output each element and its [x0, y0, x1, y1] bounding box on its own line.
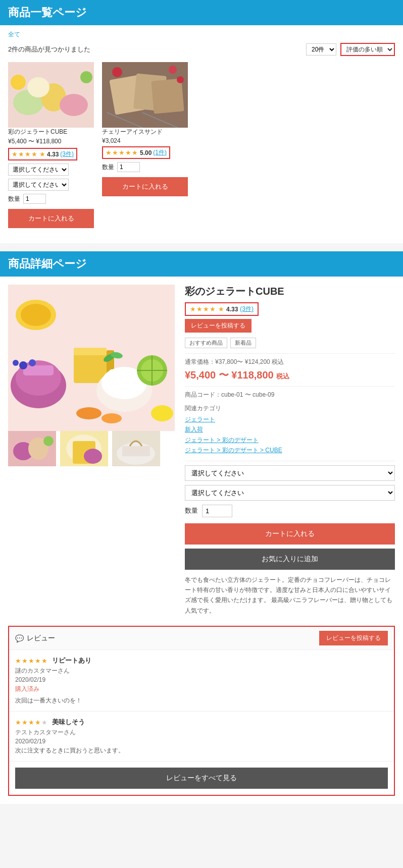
- detail-select-2[interactable]: 選択してください: [185, 485, 395, 501]
- category-link-4[interactable]: ジェラート > 彩のデザート > CUBE: [185, 445, 395, 455]
- review-2-title-row: ★★★★★ 美味しそう: [15, 718, 388, 727]
- product-count: 2件の商品が見つかりました: [8, 45, 90, 54]
- reviews-title: 💬 レビュー: [15, 634, 55, 643]
- reviews-post-button[interactable]: レビューを投稿する: [319, 631, 388, 645]
- product-description: 冬でも食べたい立方体のジェラート。定番のチョコフレーバーは、チョコレート特有の甘…: [185, 575, 395, 616]
- product-image-1[interactable]: [8, 62, 94, 128]
- product-image-2[interactable]: [102, 62, 188, 128]
- review-1-title-row: ★★★★★ リピートあり: [15, 656, 388, 665]
- product-price-2: ¥3,024: [102, 137, 188, 144]
- svg-rect-23: [74, 348, 107, 355]
- detail-qty-row: 数量: [185, 505, 395, 517]
- product-detail-section: 彩のジェラートCUBE ★★★★★ 4.33 (3件) レビューを投稿する おす…: [0, 277, 403, 804]
- svg-point-34: [13, 360, 19, 366]
- review-1-author: 謎のカスタマーさん: [15, 667, 388, 675]
- product-1-select-2[interactable]: 選択してください: [8, 179, 69, 191]
- detail-info: 彩のジェラートCUBE ★★★★★ 4.33 (3件) レビューを投稿する おす…: [185, 285, 395, 616]
- product-price-1: ¥5,400 〜 ¥118,800: [8, 137, 94, 146]
- svg-point-47: [84, 449, 102, 464]
- list-controls: 20件 評価の多い順: [306, 43, 395, 56]
- review-1-date: 2020/02/19: [15, 676, 388, 683]
- svg-point-11: [112, 67, 122, 77]
- review-2-author: テストカスタマーさん: [15, 728, 388, 737]
- product-1-cart-button[interactable]: カートに入れる: [8, 209, 94, 228]
- svg-rect-10: [151, 79, 184, 114]
- detail-wishlist-button[interactable]: お気に入りに追加: [185, 549, 395, 570]
- review-1-verified: 購入済み: [15, 685, 388, 693]
- stars-icon-2: ★★★★★: [106, 149, 138, 156]
- product-2-qty-input[interactable]: [117, 162, 140, 172]
- review-2-date: 2020/02/19: [15, 738, 388, 745]
- svg-point-39: [151, 405, 173, 421]
- svg-point-33: [29, 359, 36, 366]
- product-grid: 彩のジェラートCUBE ¥5,400 〜 ¥118,800 ★★★★★ 4.33…: [8, 62, 395, 228]
- product-2-qty-row: 数量: [102, 162, 188, 172]
- sort-select[interactable]: 評価の多い順: [340, 43, 395, 56]
- detail-title: 彩のジェラートCUBE: [185, 285, 395, 298]
- reviews-header: 💬 レビュー レビューを投稿する: [9, 627, 394, 650]
- product-card-2: チェリーアイスサンド ¥3,024 ★★★★★ 5.00 (1件) 数量 カート…: [102, 62, 188, 228]
- svg-point-32: [19, 361, 27, 369]
- breadcrumb[interactable]: 全て: [8, 30, 395, 39]
- review-2-stars: ★★★★★: [15, 719, 48, 726]
- svg-point-4: [27, 77, 49, 97]
- svg-rect-21: [23, 365, 54, 375]
- detail-top: 彩のジェラートCUBE ★★★★★ 4.33 (3件) レビューを投稿する おす…: [8, 285, 395, 616]
- svg-point-43: [43, 436, 54, 446]
- section-header-list: 商品一覧ページ: [0, 0, 403, 25]
- review-1-stars: ★★★★★: [15, 657, 48, 665]
- review-item-1: ★★★★★ リピートあり 謎のカスタマーさん 2020/02/19 購入済み 次…: [9, 650, 394, 712]
- star-half-icon: ★: [39, 150, 45, 158]
- svg-point-18: [21, 304, 51, 326]
- category-link-3[interactable]: ジェラート > 彩のデザート: [185, 435, 395, 445]
- review-2-comment: 次に注文するときに買おうと思います。: [15, 746, 388, 755]
- review-1-comment: 次回は一番大きいのを！: [15, 696, 388, 705]
- speech-bubble-icon: 💬: [15, 634, 24, 642]
- detail-images: [8, 285, 175, 616]
- product-rating-1: ★★★★★ 4.33 (3件): [8, 148, 77, 160]
- detail-rating-box: ★★★★★ 4.33 (3件): [185, 302, 259, 316]
- all-reviews-button[interactable]: レビューをすべて見る: [15, 768, 388, 789]
- detail-main-image[interactable]: [8, 285, 175, 431]
- section-header-detail: 商品詳細ページ: [0, 251, 403, 277]
- svg-rect-27: [109, 369, 139, 379]
- product-rating-2: ★★★★★ 5.00 (1件): [102, 146, 170, 159]
- svg-rect-50: [122, 446, 150, 456]
- original-price: 通常価格：¥37,800〜 ¥124,200 税込: [185, 358, 395, 366]
- thumbnail-row: [8, 431, 175, 466]
- product-1-select-1[interactable]: 選択してください: [8, 164, 69, 176]
- product-1-qty-row: 数量: [8, 194, 94, 204]
- svg-point-37: [76, 407, 102, 419]
- product-card-1: 彩のジェラートCUBE ¥5,400 〜 ¥118,800 ★★★★★ 4.33…: [8, 62, 94, 228]
- tag-new: 新着品: [230, 338, 256, 348]
- detail-select-1[interactable]: 選択してください: [185, 465, 395, 481]
- thumbnail-2[interactable]: [60, 431, 108, 466]
- thumbnail-3[interactable]: [112, 431, 160, 466]
- detail-post-review-button[interactable]: レビューを投稿する: [185, 319, 251, 333]
- sale-price: ¥5,400 〜 ¥118,800 税込: [185, 368, 395, 382]
- review-1-title: リピートあり: [52, 656, 91, 665]
- product-1-qty-input[interactable]: [23, 194, 46, 204]
- per-page-select[interactable]: 20件: [306, 43, 336, 56]
- product-list-section: 全て 2件の商品が見つかりました 20件 評価の多い順: [0, 25, 403, 243]
- product-code: 商品コード：cube-01 〜 cube-09: [185, 391, 395, 399]
- svg-point-12: [169, 66, 177, 74]
- product-2-cart-button[interactable]: カートに入れる: [102, 177, 188, 196]
- stars-icon-1: ★★★★: [12, 150, 38, 158]
- product-name-2[interactable]: チェリーアイスサンド: [102, 128, 188, 136]
- svg-point-6: [80, 71, 92, 83]
- thumbnail-1[interactable]: [8, 431, 56, 466]
- product-name-1[interactable]: 彩のジェラートCUBE: [8, 128, 94, 136]
- svg-point-5: [11, 75, 26, 90]
- detail-cart-button[interactable]: カートに入れる: [185, 523, 395, 545]
- detail-qty-input[interactable]: [202, 505, 232, 517]
- category-link-1[interactable]: ジェラート: [185, 414, 395, 424]
- related-categories: 関連カテゴリ ジェラート 新入荷 ジェラート > 彩のデザート ジェラート > …: [185, 404, 395, 456]
- svg-point-38: [102, 413, 122, 423]
- category-link-2[interactable]: 新入荷: [185, 424, 395, 435]
- svg-point-3: [60, 94, 88, 116]
- review-item-2: ★★★★★ 美味しそう テストカスタマーさん 2020/02/19 次に注文する…: [9, 712, 394, 762]
- product-tags: おすすめ商品 新着品: [185, 338, 395, 348]
- svg-point-13: [177, 76, 184, 83]
- detail-stars-icon: ★★★★: [190, 305, 216, 313]
